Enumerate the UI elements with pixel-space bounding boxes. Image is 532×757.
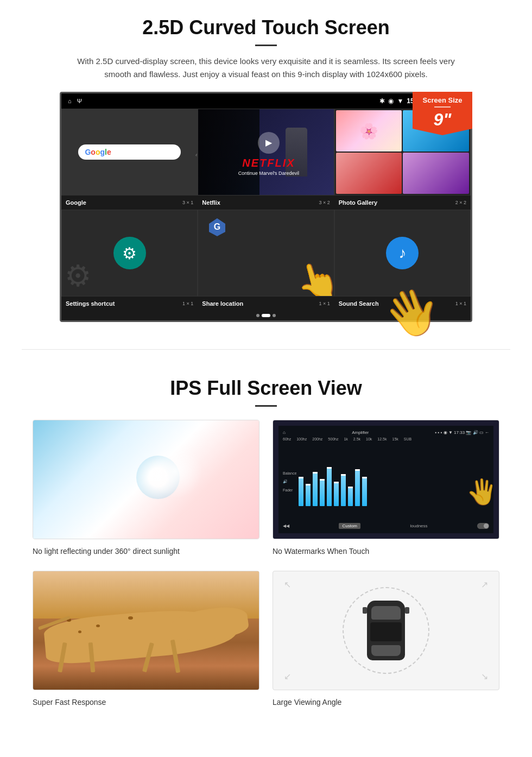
usb-icon: Ψ xyxy=(77,98,82,104)
amp-status: ⌂Amplifier▪ ▪ ▪ ◉ ▼ 17:33 📷 🔊 ▭ ← xyxy=(283,430,489,435)
dot-1 xyxy=(256,314,259,317)
eq-bar-5 xyxy=(327,467,332,506)
settings-app-cell[interactable]: ⚙ ⚙ xyxy=(61,210,198,297)
bluetooth-icon: ✱ xyxy=(379,97,385,105)
google-app-name: Google xyxy=(66,199,86,206)
eq-bar-6 xyxy=(334,482,339,506)
dot-2 xyxy=(262,314,270,317)
google-app-cell[interactable]: Google 🎤 xyxy=(61,109,198,195)
google-label: Google 3 × 1 xyxy=(61,198,198,207)
cheetah-scene xyxy=(33,571,259,690)
car-top-view xyxy=(367,601,405,660)
labels-row1: Google 3 × 1 Netflix 3 × 2 Photo Gallery… xyxy=(61,195,471,210)
sound-app-size: 1 × 1 xyxy=(455,301,466,306)
sunlight-image xyxy=(33,420,259,539)
angle-arrow-bl: ↙ xyxy=(284,671,291,682)
eq-bar-1 xyxy=(299,477,303,506)
netflix-subtitle: Continue Marvel's Daredevil xyxy=(238,171,299,176)
share-app-name: Share location xyxy=(202,300,243,307)
netflix-app-name: Netflix xyxy=(202,199,220,206)
gallery-app-size: 2 × 2 xyxy=(455,200,466,205)
status-bar: ⌂ Ψ ✱ ◉ ▼ 15:06 📷 🔊 ✕ ▭ xyxy=(61,93,471,109)
pagination-dots xyxy=(61,311,471,320)
car-label: Large Viewing Angle xyxy=(273,696,499,709)
gallery-app-name: Photo Gallery xyxy=(339,199,378,206)
amp-controls-row: Balance 🔊 Fader xyxy=(283,442,489,521)
sound-app-name: Sound Search xyxy=(339,300,379,307)
photo-thumb-1: 🌸 xyxy=(336,110,402,152)
section1-title: 2.5D Curved Touch Screen xyxy=(33,16,499,39)
amp-freq-labels: 60hz100hz200hz500hz1k2.5k10k12.5k15kSUB xyxy=(283,437,489,441)
google-search-bar[interactable]: Google 🎤 xyxy=(78,144,180,160)
netflix-label: Netflix 3 × 2 xyxy=(198,198,334,207)
feature-grid: No light reflecting under 360° direct su… xyxy=(33,420,499,709)
play-button[interactable]: ▶ xyxy=(258,132,280,154)
car-circle xyxy=(343,587,429,674)
netflix-content: ▶ NETFLIX Continue Marvel's Daredevil xyxy=(233,129,299,176)
section1-desc: With 2.5D curved-display screen, this de… xyxy=(76,55,456,81)
eq-bar-4 xyxy=(320,479,325,506)
netflix-logo: NETFLIX xyxy=(238,157,299,169)
car-image: ↖ ↗ ↙ ↘ xyxy=(273,571,499,690)
settings-app-name: Settings shortcut xyxy=(66,300,115,307)
eq-bar-3 xyxy=(313,472,318,506)
share-location-cell[interactable]: G 👆 xyxy=(198,210,334,297)
sound-label: Sound Search 1 × 1 xyxy=(334,299,471,308)
title-divider-2 xyxy=(255,405,277,407)
settings-ghost-icon: ⚙ xyxy=(65,258,91,293)
home-icon: ⌂ xyxy=(68,98,72,104)
pointing-hand: 👆 xyxy=(290,255,334,297)
section-divider xyxy=(22,349,510,350)
status-left: ⌂ Ψ xyxy=(68,98,82,104)
spot-3 xyxy=(128,616,133,620)
amp-labels-col: Balance 🔊 Fader xyxy=(283,471,296,492)
eq-bar-8 xyxy=(348,487,353,506)
sound-search-cell[interactable]: ♪ xyxy=(334,210,471,297)
section-ips: IPS Full Screen View No light reflecting… xyxy=(0,366,532,725)
settings-app-size: 1 × 1 xyxy=(182,301,193,306)
watermark-label: No Watermarks When Touch xyxy=(273,545,499,558)
netflix-app-cell[interactable]: ▶ NETFLIX Continue Marvel's Daredevil xyxy=(198,109,334,195)
google-app-size: 3 × 1 xyxy=(182,200,193,205)
photo-thumb-4 xyxy=(403,153,469,194)
feature-sunlight: No light reflecting under 360° direct su… xyxy=(33,420,259,558)
location-icon: ◉ xyxy=(388,97,394,105)
dot-3 xyxy=(273,314,276,317)
eq-bar-2 xyxy=(306,484,311,506)
title-divider-1 xyxy=(255,45,277,46)
eq-bar-7 xyxy=(341,474,346,506)
app-grid-row2: ⚙ ⚙ G 👆 ♪ xyxy=(61,210,471,297)
cheetah-image xyxy=(33,571,259,690)
mirror-left xyxy=(363,607,367,614)
section-curved-screen: 2.5D Curved Touch Screen With 2.5D curve… xyxy=(0,0,532,333)
device-wrapper: Screen Size 9" ⌂ Ψ ✱ ◉ ▼ 15:06 📷 🔊 ✕ xyxy=(60,92,472,322)
eq-touch-hand: 🖐 xyxy=(467,477,497,506)
cheetah-label: Super Fast Response xyxy=(33,696,259,709)
section2-title: IPS Full Screen View xyxy=(33,377,499,400)
angle-arrow-tr: ↗ xyxy=(481,579,488,590)
car-roof xyxy=(370,622,402,641)
wifi-icon: ▼ xyxy=(397,97,403,105)
car-windshield xyxy=(371,606,401,620)
maps-g-icon: G xyxy=(206,216,228,239)
labels-row2: Settings shortcut 1 × 1 Share location 1… xyxy=(61,297,471,311)
eq-bar-9 xyxy=(355,469,360,506)
google-search-input[interactable] xyxy=(116,149,191,155)
sunlight-label: No light reflecting under 360° direct su… xyxy=(33,545,259,558)
angle-arrow-br: ↘ xyxy=(481,671,488,682)
car-rear xyxy=(371,645,401,656)
screen-size-badge: Screen Size 9" xyxy=(413,92,472,135)
share-label: Share location 1 × 1 xyxy=(198,299,334,308)
eq-bars-container: 🖐 xyxy=(299,457,489,506)
feature-cheetah: Super Fast Response xyxy=(33,571,259,709)
mirror-right xyxy=(405,607,409,614)
android-screen: ⌂ Ψ ✱ ◉ ▼ 15:06 📷 🔊 ✕ ▭ xyxy=(60,92,472,322)
eq-bar-10 xyxy=(362,477,367,506)
amplifier-screen: ⌂Amplifier▪ ▪ ▪ ◉ ▼ 17:33 📷 🔊 ▭ ← 60hz10… xyxy=(273,420,499,539)
loudness-toggle[interactable] xyxy=(477,523,489,529)
gallery-label: Photo Gallery 2 × 2 xyxy=(334,198,471,207)
google-logo: Google xyxy=(85,148,111,156)
sun-glow xyxy=(148,444,202,499)
settings-icon-circle: ⚙ xyxy=(113,237,146,269)
share-app-size: 1 × 1 xyxy=(319,301,330,306)
